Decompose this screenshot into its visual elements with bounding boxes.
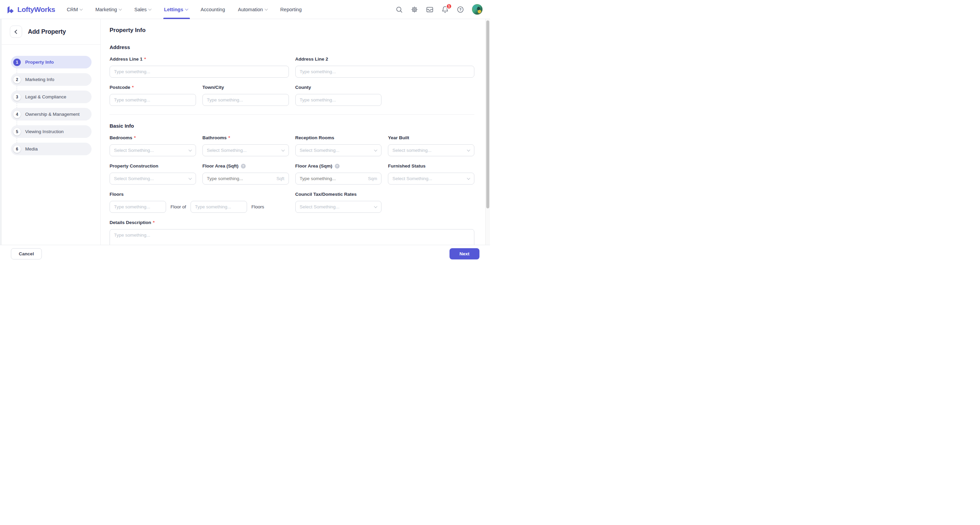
- step-property-info[interactable]: 1 Property Info: [11, 56, 92, 69]
- step-legal-compliance[interactable]: 3 Legal & Compliance: [11, 91, 92, 103]
- nav-item-sales[interactable]: Sales: [134, 0, 151, 19]
- field-label: Postcode: [110, 85, 130, 90]
- floor-number-input[interactable]: [110, 201, 166, 213]
- brand-name: LoftyWorks: [18, 5, 55, 14]
- help-tooltip-icon[interactable]: ?: [241, 164, 246, 169]
- step-number: 4: [13, 111, 21, 118]
- step-media[interactable]: 6 Media: [11, 143, 92, 155]
- chevron-down-icon: [264, 7, 268, 11]
- floor-area-sqm-wrap: Sqm: [295, 172, 382, 185]
- field-label: Reception Rooms: [295, 135, 334, 140]
- nav-item-automation[interactable]: Automation: [238, 0, 267, 19]
- total-floors-input[interactable]: [191, 201, 247, 213]
- step-ownership-management[interactable]: 4 Ownership & Management: [11, 108, 92, 121]
- wizard-steps: 1 Property Info 2 Marketing Info 3 Legal…: [2, 45, 100, 155]
- nav-item-lettings[interactable]: Lettings: [164, 0, 188, 19]
- step-label: Media: [25, 147, 38, 152]
- field-bedrooms: Bedrooms * Select Something...: [110, 135, 196, 156]
- town-city-input[interactable]: [202, 94, 289, 106]
- inbox-tray-icon[interactable]: [426, 6, 434, 13]
- field-year-built: Year Built Select something...: [388, 135, 474, 156]
- search-icon[interactable]: [395, 6, 403, 13]
- field-label: Bathrooms: [202, 135, 227, 140]
- field-label: Address Line 2: [295, 56, 328, 62]
- floor-area-sqft-input[interactable]: [203, 173, 277, 184]
- county-input[interactable]: [295, 94, 382, 106]
- field-label: Year Built: [388, 135, 409, 140]
- field-label: Details Description: [110, 220, 151, 225]
- year-built-select[interactable]: Select something...: [388, 144, 474, 156]
- vertical-scrollbar-thumb[interactable]: [486, 21, 489, 208]
- required-marker: *: [134, 135, 136, 140]
- loftyworks-logo-icon: [5, 5, 15, 14]
- field-floors: Floors Floor of Floors: [110, 191, 289, 213]
- chevron-down-icon: [80, 7, 83, 11]
- help-question-icon[interactable]: ?: [457, 6, 464, 13]
- floors-suffix-label: Floors: [251, 204, 264, 209]
- step-viewing-instruction[interactable]: 5 Viewing Instruction: [11, 125, 92, 138]
- field-address-line-1: Address Line 1 *: [110, 56, 289, 78]
- chevron-down-icon: [281, 148, 285, 152]
- back-button[interactable]: [10, 26, 22, 38]
- nav-item-marketing[interactable]: Marketing: [95, 0, 121, 19]
- field-reception-rooms: Reception Rooms Select Something...: [295, 135, 382, 156]
- step-number: 2: [13, 76, 21, 83]
- step-label: Ownership & Management: [25, 112, 80, 117]
- step-number: 6: [13, 145, 21, 153]
- brand-logo[interactable]: LoftyWorks: [5, 5, 55, 14]
- bedrooms-select[interactable]: Select Something...: [110, 144, 196, 156]
- chevron-down-icon: [118, 7, 122, 11]
- step-label: Property Info: [25, 60, 54, 65]
- required-marker: *: [144, 56, 146, 62]
- basic-info-section-heading: Basic Info: [110, 123, 474, 129]
- council-tax-select[interactable]: Select Something...: [295, 201, 382, 213]
- step-marketing-info[interactable]: 2 Marketing Info: [11, 73, 92, 86]
- wizard-sidebar: Add Property 1 Property Info 2 Marketing…: [2, 19, 101, 245]
- floor-area-sqm-input[interactable]: [296, 173, 368, 184]
- wizard-header: Add Property: [2, 19, 100, 45]
- nav-item-crm[interactable]: CRM: [67, 0, 82, 19]
- details-description-textarea[interactable]: [110, 229, 474, 245]
- field-label: Property Construction: [110, 163, 158, 169]
- nav-item-accounting[interactable]: Accounting: [201, 0, 225, 19]
- section-divider: [110, 114, 474, 115]
- address-section-heading: Address: [110, 44, 474, 50]
- user-avatar[interactable]: [472, 4, 482, 14]
- field-council-tax: Council Tax/Domestic Rates Select Someth…: [295, 191, 382, 213]
- required-marker: *: [132, 85, 134, 90]
- field-floor-area-sqft: Floor Area (Sqft) ? Sqft: [202, 163, 289, 185]
- bathrooms-select[interactable]: Select Something...: [202, 144, 289, 156]
- address-line-1-input[interactable]: [110, 66, 289, 78]
- step-number: 5: [13, 128, 21, 136]
- settings-gear-icon[interactable]: [411, 6, 418, 13]
- field-furnished-status: Furnished Status Select Something...: [388, 163, 474, 185]
- reception-rooms-select[interactable]: Select Something...: [295, 144, 382, 156]
- field-floor-area-sqm: Floor Area (Sqm) ? Sqm: [295, 163, 382, 185]
- step-label: Marketing Info: [25, 77, 54, 82]
- step-number: 3: [13, 93, 21, 101]
- field-label: Bedrooms: [110, 135, 132, 140]
- field-label: Furnished Status: [388, 163, 425, 169]
- sqft-suffix: Sqft: [276, 176, 284, 181]
- postcode-input[interactable]: [110, 94, 196, 106]
- help-tooltip-icon[interactable]: ?: [335, 164, 340, 169]
- floor-area-sqft-wrap: Sqft: [202, 172, 289, 185]
- field-label: Address Line 1: [110, 56, 143, 62]
- chevron-down-icon: [189, 176, 192, 180]
- chevron-down-icon: [467, 148, 470, 152]
- nav-item-reporting[interactable]: Reporting: [280, 0, 302, 19]
- step-label: Viewing Instruction: [25, 129, 64, 134]
- sqm-suffix: Sqm: [368, 176, 377, 181]
- next-button[interactable]: Next: [450, 248, 479, 259]
- cancel-button[interactable]: Cancel: [11, 248, 42, 259]
- field-property-construction: Property Construction Select Something..…: [110, 163, 196, 185]
- chevron-down-icon: [189, 148, 192, 152]
- address-line-2-input[interactable]: [295, 66, 475, 78]
- field-county: County: [295, 85, 382, 106]
- field-label: Floor Area (Sqft): [202, 163, 239, 169]
- furnished-status-select[interactable]: Select Something...: [388, 172, 474, 185]
- notifications-bell-icon[interactable]: 1: [441, 6, 449, 13]
- field-label: Floor Area (Sqm): [295, 163, 332, 169]
- property-construction-select[interactable]: Select Something...: [110, 172, 196, 185]
- floors-group: Floor of Floors: [110, 201, 289, 213]
